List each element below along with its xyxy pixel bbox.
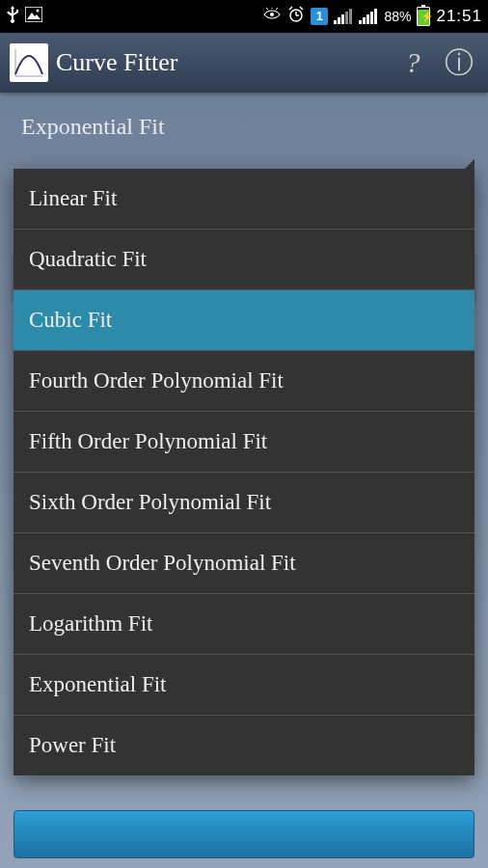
dropdown-item-label: Seventh Order Polynomial Fit	[29, 551, 296, 575]
picture-icon	[25, 7, 42, 26]
signal-2-icon	[359, 9, 378, 24]
app-icon	[10, 43, 48, 82]
svg-line-4	[266, 8, 268, 10]
status-right: 1 88% ⚡ 21:51	[262, 6, 482, 27]
svg-rect-0	[25, 7, 42, 22]
svg-point-2	[37, 10, 40, 13]
sim-badge: 1	[311, 8, 328, 25]
help-icon: ?	[406, 46, 420, 79]
dropdown-item-label: Exponential Fit	[29, 672, 166, 696]
status-left	[6, 6, 42, 27]
signal-1-icon	[334, 9, 353, 24]
dropdown-item-label: Linear Fit	[29, 186, 117, 210]
eye-icon	[262, 8, 282, 25]
dropdown-item[interactable]: Seventh Order Polynomial Fit	[14, 533, 474, 594]
dropdown-item-label: Fourth Order Polynomial Fit	[29, 368, 284, 393]
dropdown-item[interactable]: Quadratic Fit	[14, 230, 474, 290]
svg-line-11	[300, 7, 303, 10]
dropdown-item[interactable]: Fourth Order Polynomial Fit	[14, 351, 474, 412]
status-bar: 1 88% ⚡ 21:51	[0, 0, 488, 33]
battery-percent: 88%	[384, 9, 411, 24]
dropdown-item-label: Sixth Order Polynomial Fit	[29, 490, 271, 514]
app-bar: Curve Fitter ? ⓘ	[0, 33, 488, 93]
dropdown-item-label: Quadratic Fit	[29, 247, 147, 271]
dropdown-item[interactable]: Power Fit	[14, 716, 474, 775]
usb-icon	[6, 6, 19, 27]
info-icon: ⓘ	[445, 43, 474, 83]
dropdown-item-label: Power Fit	[29, 733, 116, 757]
svg-line-10	[289, 7, 292, 10]
svg-point-3	[270, 13, 274, 16]
background-bottom-button	[14, 810, 474, 858]
info-button[interactable]: ⓘ	[440, 43, 478, 82]
dropdown-item[interactable]: Cubic Fit	[14, 290, 474, 351]
svg-marker-1	[27, 13, 41, 19]
dropdown-item-label: Cubic Fit	[29, 308, 112, 332]
fit-type-spinner[interactable]: Exponential Fit	[0, 93, 488, 159]
spinner-selected-label: Exponential Fit	[15, 114, 473, 140]
dropdown-item-label: Logarithm Fit	[29, 611, 152, 636]
clock: 21:51	[436, 7, 482, 26]
fit-type-dropdown: Linear FitQuadratic FitCubic FitFourth O…	[14, 169, 474, 775]
help-button[interactable]: ?	[393, 43, 432, 82]
app-title: Curve Fitter	[56, 48, 386, 77]
alarm-icon	[287, 6, 305, 27]
svg-line-6	[276, 8, 278, 10]
battery-icon: ⚡	[417, 7, 430, 26]
dropdown-item[interactable]: Linear Fit	[14, 169, 474, 230]
dropdown-item[interactable]: Fifth Order Polynomial Fit	[14, 412, 474, 473]
dropdown-item-label: Fifth Order Polynomial Fit	[29, 429, 267, 453]
dropdown-item[interactable]: Sixth Order Polynomial Fit	[14, 473, 474, 533]
svg-rect-12	[12, 45, 46, 80]
dropdown-item[interactable]: Logarithm Fit	[14, 594, 474, 655]
dropdown-item[interactable]: Exponential Fit	[14, 655, 474, 716]
